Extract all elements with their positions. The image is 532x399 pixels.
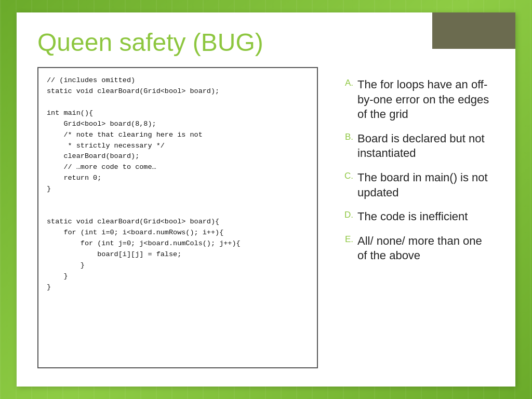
option-item-b: B.Board is declared but not instantiated (339, 131, 489, 161)
code-block: // (includes omitted) static void clearB… (47, 75, 309, 292)
option-text-2: The board in main() is not updated (357, 170, 489, 200)
code-panel: // (includes omitted) static void clearB… (37, 67, 318, 368)
option-item-d: D.The code is inefficient (339, 209, 489, 224)
option-text-1: Board is declared but not instantiated (357, 131, 489, 161)
option-text-4: All/ none/ more than one of the above (357, 234, 489, 263)
option-item-e: E.All/ none/ more than one of the above (339, 234, 489, 263)
options-panel: A.The for loops have an off-by-one error… (328, 67, 495, 368)
option-item-a: A.The for loops have an off-by-one error… (339, 77, 489, 122)
option-text-0: The for loops have an off-by-one error o… (357, 77, 489, 122)
option-letter-2: C. (339, 170, 353, 181)
option-letter-1: B. (339, 131, 353, 142)
slide-title: Queen safety (BUG) (37, 28, 495, 57)
content-area: // (includes omitted) static void clearB… (37, 67, 495, 368)
slide: Queen safety (BUG) // (includes omitted)… (17, 12, 515, 387)
option-letter-4: E. (339, 234, 353, 245)
option-item-c: C.The board in main() is not updated (339, 170, 489, 200)
option-text-3: The code is inefficient (357, 209, 468, 224)
option-letter-0: A. (339, 77, 353, 88)
option-letter-3: D. (339, 209, 353, 220)
